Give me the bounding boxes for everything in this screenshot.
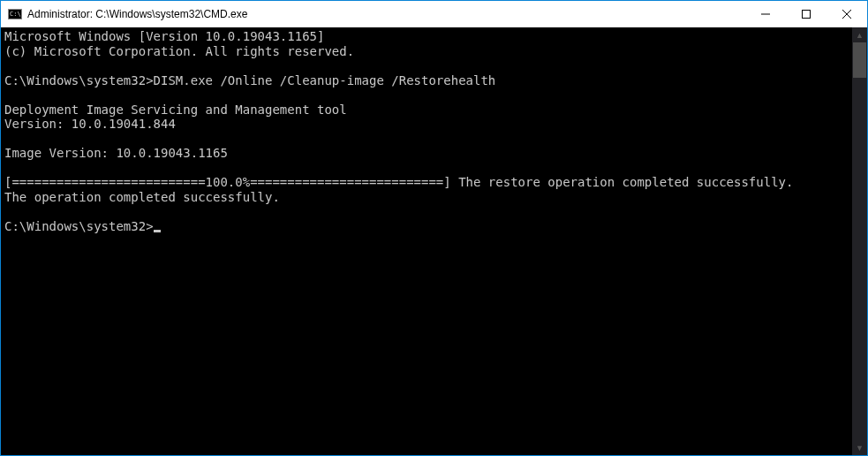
output-line: Microsoft Windows [Version 10.0.19043.11… bbox=[4, 29, 324, 43]
prompt-line: C:\Windows\system32>DISM.exe /Online /Cl… bbox=[4, 73, 495, 87]
titlebar[interactable]: C:\ Administrator: C:\Windows\system32\C… bbox=[1, 1, 867, 27]
window-controls bbox=[745, 1, 867, 27]
client-area: Microsoft Windows [Version 10.0.19043.11… bbox=[1, 27, 867, 455]
vertical-scrollbar[interactable]: ▲ ▼ bbox=[852, 27, 867, 455]
output-line: (c) Microsoft Corporation. All rights re… bbox=[4, 44, 354, 58]
terminal-output[interactable]: Microsoft Windows [Version 10.0.19043.11… bbox=[1, 27, 852, 455]
maximize-button[interactable] bbox=[786, 1, 826, 27]
output-line: Image Version: 10.0.19043.1165 bbox=[4, 146, 228, 160]
window-title: Administrator: C:\Windows\system32\CMD.e… bbox=[27, 8, 745, 20]
cmd-window: C:\ Administrator: C:\Windows\system32\C… bbox=[0, 0, 868, 456]
close-button[interactable] bbox=[826, 1, 867, 27]
output-line: Version: 10.0.19041.844 bbox=[4, 117, 176, 131]
output-line: Deployment Image Servicing and Managemen… bbox=[4, 103, 347, 117]
cursor bbox=[154, 230, 161, 232]
minimize-button[interactable] bbox=[745, 1, 786, 27]
svg-rect-3 bbox=[803, 11, 811, 19]
progress-line: [==========================100.0%=======… bbox=[4, 175, 793, 189]
scroll-thumb[interactable] bbox=[853, 42, 866, 78]
cmd-icon: C:\ bbox=[8, 7, 22, 21]
prompt-line: C:\Windows\system32> bbox=[4, 219, 154, 233]
scroll-down-arrow-icon[interactable]: ▼ bbox=[852, 440, 867, 455]
scroll-up-arrow-icon[interactable]: ▲ bbox=[852, 27, 867, 42]
output-line: The operation completed successfully. bbox=[4, 190, 280, 204]
svg-text:C:\: C:\ bbox=[10, 11, 21, 18]
